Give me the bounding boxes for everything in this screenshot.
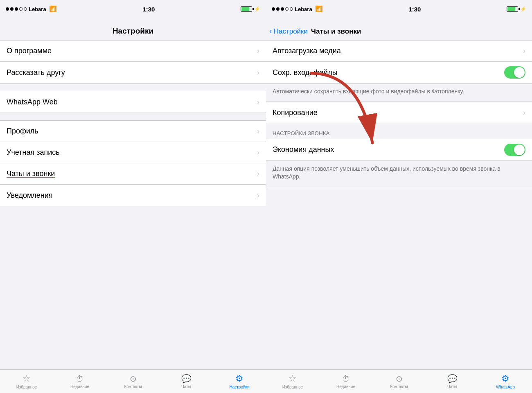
dot1r — [272, 7, 275, 11]
tab-label-chats-right: Чаты — [447, 384, 457, 389]
dot1 — [6, 7, 9, 11]
tab-icon-contacts-right: ⊙ — [396, 374, 403, 384]
status-bar-right: Lebara 📶 1:30 ⚡ — [266, 0, 532, 18]
tab-label-settings-right: WhatsApp — [496, 385, 515, 389]
charging-icon-left: ⚡ — [254, 6, 260, 12]
data-saving-label: Экономия данных — [273, 145, 334, 154]
tab-favorites-right[interactable]: ☆ Избранное — [266, 373, 319, 389]
right-phone-panel: Lebara 📶 1:30 ⚡ ‹ Настройки Чаты и звонк… — [266, 0, 532, 393]
tab-contacts-left[interactable]: ⊙ Контакты — [106, 374, 160, 389]
time-left: 1:30 — [142, 6, 155, 13]
dot2r — [276, 7, 280, 11]
list-item-tell-label: Рассказать другу — [7, 68, 65, 77]
tab-bar-left: ☆ Избранное ⏱ Недавние ⊙ Контакты 💬 Чаты… — [0, 369, 266, 393]
chevron-profile: › — [257, 127, 259, 136]
battery-left — [241, 6, 252, 12]
save-files-label: Сохр. вход. файлы — [273, 68, 338, 77]
list-item-whatsappweb[interactable]: WhatsApp Web › — [0, 91, 266, 113]
list-item-notifications-label: Уведомления — [7, 191, 53, 200]
signal-dots-right — [272, 7, 293, 11]
battery-right — [507, 6, 518, 12]
tab-icon-recent-right: ⏱ — [342, 374, 350, 384]
call-settings-header-text: НАСТРОЙКИ ЗВОНКА — [273, 130, 330, 136]
page-title-right: Чаты и звонки — [311, 27, 361, 36]
back-chevron-icon: ‹ — [269, 26, 272, 36]
chevron-web: › — [257, 98, 259, 106]
settings-list-left: О программе › Рассказать другу › WhatsAp… — [0, 40, 266, 369]
tab-label-favorites-right: Избранное — [282, 385, 303, 389]
tab-settings-right[interactable]: ⚙ WhatsApp — [479, 373, 532, 389]
signal-dots — [6, 7, 27, 11]
dot2 — [10, 7, 14, 11]
tab-icon-favorites-right: ☆ — [289, 373, 297, 384]
back-label[interactable]: Настройки — [274, 27, 308, 36]
chevron-chats: › — [257, 169, 259, 178]
autodownload-label: Автозагрузка медиа — [273, 47, 341, 55]
tab-icon-contacts-left: ⊙ — [130, 374, 137, 384]
chevron-about: › — [257, 47, 259, 55]
wifi-icon-left: 📶 — [49, 5, 57, 13]
gap-2 — [0, 113, 266, 120]
tab-chats-left[interactable]: 💬 Чаты — [160, 374, 213, 389]
group-2: WhatsApp Web › — [0, 91, 266, 113]
time-right: 1:30 — [408, 6, 421, 13]
gap-1 — [0, 84, 266, 91]
tab-favorites-left[interactable]: ☆ Избранное — [0, 373, 53, 389]
dot3 — [15, 7, 18, 11]
list-item-chats-label: Чаты и звонки — [7, 169, 55, 178]
list-item-tell[interactable]: Рассказать другу › — [0, 62, 266, 83]
list-item-chats[interactable]: Чаты и звонки › — [0, 163, 266, 185]
tab-bar-right: ☆ Избранное ⏱ Недавние ⊙ Контакты 💬 Чаты… — [266, 369, 532, 393]
tab-icon-settings-right: ⚙ — [501, 373, 509, 384]
list-item-whatsappweb-label: WhatsApp Web — [7, 98, 58, 106]
list-item-notifications[interactable]: Уведомления › — [0, 185, 266, 206]
dot4 — [19, 7, 23, 11]
list-item-copy[interactable]: Копирование › — [266, 102, 532, 124]
tab-icon-chats-right: 💬 — [447, 374, 458, 384]
dot5r — [290, 7, 293, 11]
list-item-account[interactable]: Учетная запись › — [0, 142, 266, 163]
tab-chats-right[interactable]: 💬 Чаты — [426, 374, 479, 389]
group-3: Профиль › Учетная запись › Чаты и звонки… — [0, 120, 266, 206]
tab-label-favorites-left: Избранное — [16, 385, 37, 389]
carrier-left: Lebara — [29, 6, 46, 12]
right-group-calls: Экономия данных — [266, 139, 532, 161]
tab-recent-right[interactable]: ⏱ Недавние — [319, 374, 372, 389]
list-item-data-saving[interactable]: Экономия данных — [266, 139, 532, 160]
toggle-knob-save-files — [514, 67, 525, 78]
chevron-autodownload: › — [523, 47, 525, 55]
nav-header-left: Настройки — [0, 18, 266, 40]
list-item-profile[interactable]: Профиль › — [0, 121, 266, 142]
tab-label-chats-left: Чаты — [181, 384, 191, 389]
toggle-save-files[interactable] — [504, 66, 525, 79]
page-title-left: Настройки — [113, 27, 153, 36]
arrow-section: Экономия данных — [266, 139, 532, 161]
right-group-1: Автозагрузка медиа › Сохр. вход. файлы — [266, 40, 532, 84]
right-settings-content: Автозагрузка медиа › Сохр. вход. файлы А… — [266, 40, 532, 369]
save-files-desc: Автоматически сохранять входящие фото и … — [266, 84, 532, 102]
dot5 — [24, 7, 27, 11]
tab-contacts-right[interactable]: ⊙ Контакты — [372, 374, 426, 389]
toggle-knob-data-saving — [514, 145, 525, 155]
left-phone-panel: Lebara 📶 1:30 ⚡ Настройки О программе › … — [0, 0, 266, 393]
tab-label-settings-left: Настройки — [229, 385, 249, 389]
data-saving-desc: Данная опция позволяет уменьшить объем д… — [266, 161, 532, 187]
group-1: О программе › Рассказать другу › — [0, 40, 266, 84]
tab-label-recent-right: Недавние — [336, 384, 355, 389]
chevron-tell: › — [257, 68, 259, 77]
tab-recent-left[interactable]: ⏱ Недавние — [53, 374, 106, 389]
list-item-about-label: О программе — [7, 47, 52, 55]
status-bar-left: Lebara 📶 1:30 ⚡ — [0, 0, 266, 18]
battery-fill-left — [241, 7, 249, 11]
battery-fill-right — [507, 7, 515, 11]
list-item-about[interactable]: О программе › — [0, 41, 266, 62]
dot4r — [285, 7, 289, 11]
chevron-notifications: › — [257, 191, 259, 200]
tab-settings-left[interactable]: ⚙ Настройки — [213, 373, 266, 389]
list-item-autodownload[interactable]: Автозагрузка медиа › — [266, 41, 532, 62]
list-item-account-label: Учетная запись — [7, 148, 60, 157]
list-item-save-files[interactable]: Сохр. вход. файлы — [266, 62, 532, 83]
toggle-data-saving[interactable] — [504, 144, 525, 156]
chevron-account: › — [257, 148, 259, 157]
wifi-icon-right: 📶 — [315, 5, 323, 13]
